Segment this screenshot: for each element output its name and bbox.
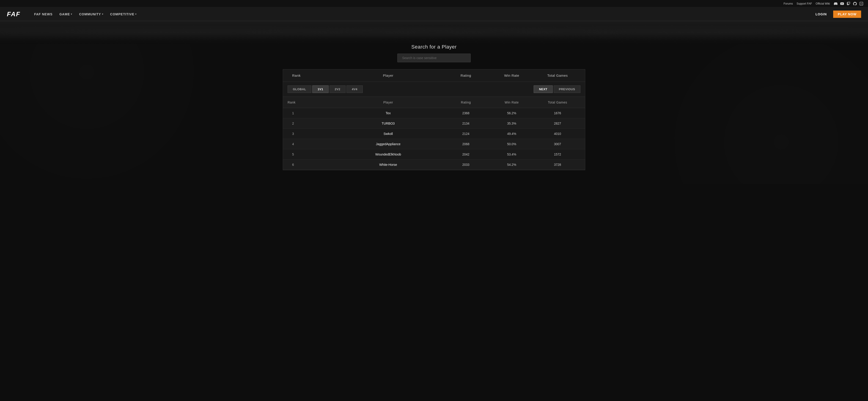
cell-totalgames: 1572 (535, 153, 581, 156)
cell-winrate: 56.2% (489, 111, 535, 115)
data-header-player: Player (333, 101, 443, 104)
search-section: Search for a Player (283, 44, 585, 62)
outer-header-winrate: Win Rate (489, 73, 535, 77)
cell-player: Swkoll (333, 132, 443, 136)
cell-player: Tex (333, 111, 443, 115)
cell-player: White-Horse (333, 163, 443, 166)
top-bar: Forums Support FAF Official Wiki (0, 0, 868, 7)
cell-player: TURBO3 (333, 122, 443, 125)
data-header-totalgames: Total Games (535, 101, 581, 104)
cell-winrate: 50.0% (489, 142, 535, 146)
support-faf-link[interactable]: Support FAF (797, 2, 812, 5)
table-row[interactable]: 4 JaggedAppliance 2068 50.0% 3007 (283, 139, 585, 149)
main-content: Search for a Player Rank Player Rating W… (274, 44, 594, 170)
cell-player: JaggedAppliance (333, 142, 443, 146)
outer-header-totalgames: Total Games (535, 73, 581, 77)
discord-icon[interactable] (834, 2, 838, 6)
official-wiki-link[interactable]: Official Wiki (816, 2, 830, 5)
cell-rating: 2042 (443, 153, 489, 156)
cell-rating: 2134 (443, 122, 489, 125)
data-header-winrate: Win Rate (489, 101, 535, 104)
svg-text:Z: Z (861, 3, 862, 5)
cell-winrate: 54.2% (489, 163, 535, 166)
login-button[interactable]: LOGIN (812, 11, 830, 18)
table-row[interactable]: 3 Swkoll 2124 49.4% 4010 (283, 129, 585, 139)
data-header-rating: Rating (443, 101, 489, 104)
cell-winrate: 53.4% (489, 153, 535, 156)
table-row[interactable]: 1 Tex 2368 56.2% 1676 (283, 108, 585, 119)
tabs-row: Global 1v1 2v2 4v4 Next Previous (283, 82, 585, 97)
nav-links: FAF NEWS GAME ▾ COMMUNITY ▾ COMPETITIVE … (34, 12, 812, 16)
cell-rating: 2068 (443, 142, 489, 146)
nav-faf-news[interactable]: FAF NEWS (34, 12, 53, 16)
cell-rank: 1 (287, 111, 333, 115)
language-icon[interactable]: A Z (859, 2, 863, 6)
tabs-group: Global 1v1 2v2 4v4 (287, 86, 363, 93)
cell-rank: 6 (287, 163, 333, 166)
youtube-icon[interactable] (840, 2, 844, 6)
outer-header-row: Rank Player Rating Win Rate Total Games (283, 69, 585, 82)
competitive-dropdown-arrow: ▾ (135, 13, 136, 15)
cell-totalgames: 3007 (535, 142, 581, 146)
cell-player: WoundedElkNoob (333, 153, 443, 156)
data-table: Rank Player Rating Win Rate Total Games … (283, 97, 585, 170)
tab-4v4[interactable]: 4v4 (346, 86, 363, 93)
cell-rating: 2124 (443, 132, 489, 136)
page-background: Search for a Player Rank Player Rating W… (0, 44, 868, 184)
hero-bg-pattern (0, 21, 868, 44)
navbar: FAF FAF NEWS GAME ▾ COMMUNITY ▾ COMPETIT… (0, 7, 868, 21)
data-header-rank: Rank (287, 101, 333, 104)
table-rows-container: 1 Tex 2368 56.2% 1676 2 TURBO3 2134 35.3… (283, 108, 585, 170)
social-icons: A Z (834, 2, 863, 6)
outer-table-header: Rank Player Rating Win Rate Total Games (283, 69, 585, 82)
cell-totalgames: 1676 (535, 111, 581, 115)
outer-header-player: Player (333, 73, 443, 77)
nav-community[interactable]: COMMUNITY ▾ (79, 12, 103, 16)
search-input[interactable] (397, 54, 471, 62)
cell-totalgames: 3728 (535, 163, 581, 166)
cell-winrate: 49.4% (489, 132, 535, 136)
github-icon[interactable] (853, 2, 857, 6)
next-button[interactable]: Next (534, 86, 553, 93)
tab-2v2[interactable]: 2v2 (330, 86, 346, 93)
data-table-header: Rank Player Rating Win Rate Total Games (283, 97, 585, 108)
outer-header-rating: Rating (443, 73, 489, 77)
search-title: Search for a Player (283, 44, 585, 50)
cell-rank: 2 (287, 122, 333, 125)
cell-rank: 5 (287, 153, 333, 156)
table-row[interactable]: 5 WoundedElkNoob 2042 53.4% 1572 (283, 149, 585, 160)
cell-rating: 2033 (443, 163, 489, 166)
cell-totalgames: 2827 (535, 122, 581, 125)
forums-link[interactable]: Forums (784, 2, 793, 5)
cell-winrate: 35.3% (489, 122, 535, 125)
game-dropdown-arrow: ▾ (71, 13, 72, 15)
cell-rank: 4 (287, 142, 333, 146)
table-row[interactable]: 2 TURBO3 2134 35.3% 2827 (283, 119, 585, 129)
site-logo[interactable]: FAF (7, 10, 21, 18)
tab-global[interactable]: Global (287, 86, 311, 93)
twitch-icon[interactable] (846, 2, 850, 6)
playnow-button[interactable]: PLAY NOW (833, 10, 861, 18)
tab-1v1[interactable]: 1v1 (312, 86, 329, 93)
table-row[interactable]: 6 White-Horse 2033 54.2% 3728 (283, 160, 585, 170)
navbar-actions: LOGIN PLAY NOW (812, 10, 861, 18)
nav-competitive[interactable]: COMPETITIVE ▾ (110, 12, 137, 16)
cell-rank: 3 (287, 132, 333, 136)
cell-totalgames: 4010 (535, 132, 581, 136)
pagination-group: Next Previous (534, 86, 581, 93)
nav-game[interactable]: GAME ▾ (59, 12, 72, 16)
community-dropdown-arrow: ▾ (102, 13, 103, 15)
outer-header-rank: Rank (287, 73, 333, 77)
previous-button[interactable]: Previous (554, 86, 581, 93)
hero-banner (0, 21, 868, 44)
cell-rating: 2368 (443, 111, 489, 115)
